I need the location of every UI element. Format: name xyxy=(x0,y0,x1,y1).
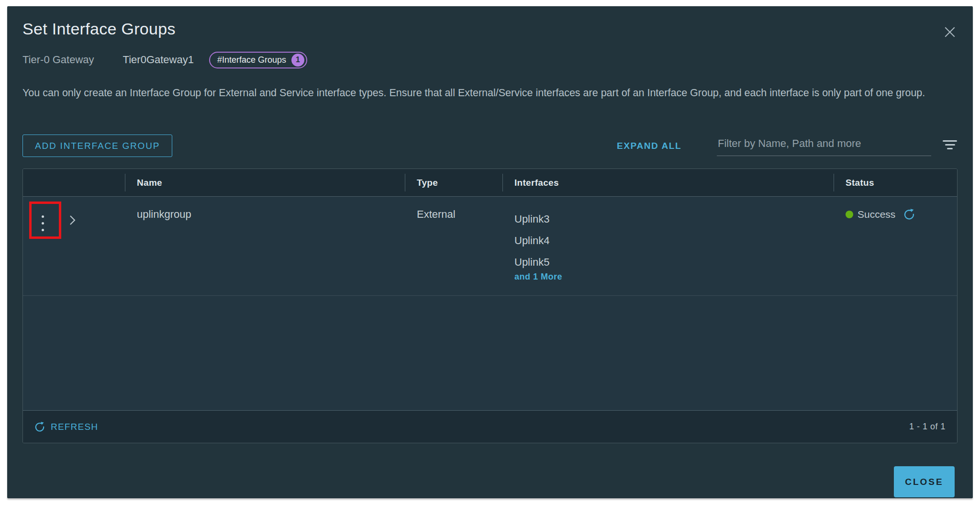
row-status-cell: Success xyxy=(834,208,957,282)
table-empty-area xyxy=(23,296,957,410)
refresh-icon xyxy=(34,422,45,432)
page-background: Set Interface Groups Tier-0 Gateway Tier… xyxy=(0,0,980,505)
interface-groups-table: Name Type Interfaces Status uplinkgroup … xyxy=(22,168,958,443)
header-interfaces: Interfaces xyxy=(502,169,834,196)
header-type: Type xyxy=(405,169,502,196)
expand-all-link[interactable]: EXPAND ALL xyxy=(617,141,681,151)
kebab-menu-icon[interactable] xyxy=(37,212,48,234)
filter-field xyxy=(717,135,957,158)
close-button[interactable]: CLOSE xyxy=(894,466,955,497)
badge-label: #Interface Groups xyxy=(217,55,286,65)
gateway-name: Tier0Gateway1 xyxy=(123,54,194,66)
refresh-button[interactable]: REFRESH xyxy=(34,422,98,432)
interface-item: Uplink5 xyxy=(514,251,834,273)
set-interface-groups-dialog: Set Interface Groups Tier-0 Gateway Tier… xyxy=(7,6,973,498)
row-name-cell: uplinkgroup xyxy=(125,208,405,282)
dialog-title: Set Interface Groups xyxy=(22,20,176,38)
row-actions-cell xyxy=(23,208,125,282)
header-name: Name xyxy=(125,169,405,196)
expand-row-chevron-icon[interactable] xyxy=(66,214,78,226)
table-header-row: Name Type Interfaces Status xyxy=(23,169,957,197)
filter-input[interactable] xyxy=(717,135,931,156)
badge-count: 1 xyxy=(291,54,304,67)
filter-icon[interactable] xyxy=(943,140,957,149)
status-text: Success xyxy=(858,209,895,220)
row-interfaces-cell: Uplink3 Uplink4 Uplink5 and 1 More xyxy=(502,208,834,282)
dialog-description: You can only create an Interface Group f… xyxy=(22,82,956,104)
close-icon[interactable] xyxy=(941,23,958,41)
refresh-label: REFRESH xyxy=(51,422,98,432)
and-more-link[interactable]: and 1 More xyxy=(514,272,834,282)
row-type-cell: External xyxy=(405,208,502,282)
add-interface-group-button[interactable]: ADD INTERFACE GROUP xyxy=(22,135,172,157)
interface-item: Uplink4 xyxy=(514,230,834,251)
header-status: Status xyxy=(834,169,957,196)
interface-groups-badge: #Interface Groups 1 xyxy=(209,52,307,68)
table-footer: REFRESH 1 - 1 of 1 xyxy=(23,410,957,443)
success-status-dot xyxy=(846,211,853,218)
pagination-text: 1 - 1 of 1 xyxy=(909,422,946,432)
table-row: uplinkgroup External Uplink3 Uplink4 Upl… xyxy=(23,197,957,296)
interface-item: Uplink3 xyxy=(514,208,834,230)
status-refresh-icon[interactable] xyxy=(903,209,915,220)
gateway-type-label: Tier-0 Gateway xyxy=(22,54,94,66)
dialog-subtitle: Tier-0 Gateway Tier0Gateway1 #Interface … xyxy=(22,50,307,69)
header-actions-column xyxy=(23,169,125,196)
